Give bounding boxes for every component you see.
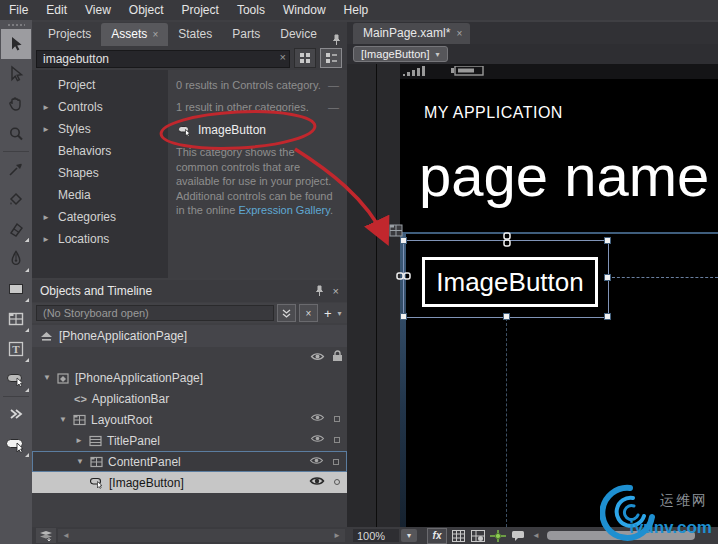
imagebutton-control[interactable]: ImageButton [422, 257, 598, 307]
design-surface[interactable]: MY APPLICATION page name ImageButton [347, 64, 718, 527]
pin-icon[interactable] [327, 34, 346, 46]
close-icon[interactable]: × [152, 29, 158, 40]
tree-row-layoutroot[interactable]: ▼ LayoutRoot [32, 409, 347, 430]
lock-toggle[interactable] [334, 479, 340, 485]
menu-object[interactable]: Object [120, 1, 173, 19]
breadcrumb-imagebutton[interactable]: [ImageButton] ▾ [353, 46, 448, 62]
expander-icon[interactable]: ► [74, 436, 84, 445]
grid-adorner-icon[interactable] [389, 224, 403, 237]
menu-file[interactable]: File [0, 1, 37, 19]
menu-help[interactable]: Help [335, 1, 378, 19]
new-storyboard-button[interactable]: + [321, 306, 335, 321]
lock-toggle[interactable] [333, 459, 339, 465]
scroll-left-arrow[interactable]: ◄ [62, 531, 70, 540]
menu-window[interactable]: Window [274, 1, 335, 19]
tab-assets[interactable]: Assets× [101, 23, 168, 46]
horizontal-scrollbar[interactable]: ◄ ► [58, 529, 345, 542]
storyboard-close-button[interactable]: × [299, 304, 318, 322]
resize-handle-bottomleft[interactable] [400, 313, 407, 320]
zoom-dropdown[interactable]: ▾ [401, 529, 417, 542]
resize-handle-bottomright[interactable] [604, 313, 611, 320]
app-title-text[interactable]: MY APPLICATION [424, 104, 563, 122]
search-input[interactable] [36, 50, 290, 68]
expander-icon[interactable]: ► [42, 125, 50, 134]
expander-icon[interactable]: ► [42, 235, 50, 244]
paint-bucket-tool[interactable] [1, 184, 31, 214]
scope-up-icon[interactable] [40, 331, 53, 342]
tree-row-contentpanel[interactable]: ▼ ContentPanel [32, 451, 347, 472]
category-controls[interactable]: ►Controls [32, 96, 168, 118]
asset-control-tool[interactable] [1, 364, 31, 394]
last-used-asset-tool[interactable] [1, 429, 31, 459]
visibility-eye-icon[interactable] [309, 455, 324, 466]
lock-column-icon[interactable] [332, 350, 343, 362]
grid-layout-tool[interactable] [1, 304, 31, 334]
toolstrip-grip[interactable] [7, 23, 25, 27]
effects-toggle[interactable]: fx [427, 528, 447, 544]
category-locations[interactable]: ►Locations [32, 228, 168, 250]
layer-order-button[interactable] [36, 528, 56, 543]
annotations-toggle[interactable] [509, 529, 527, 543]
category-styles[interactable]: ►Styles [32, 118, 168, 140]
pin-icon[interactable] [310, 285, 329, 297]
scroll-right-arrow[interactable]: ► [333, 531, 341, 540]
selection-tool[interactable] [1, 29, 31, 59]
category-shapes[interactable]: Shapes [32, 162, 168, 184]
menu-view[interactable]: View [76, 1, 120, 19]
resize-handle-right[interactable] [604, 274, 611, 281]
tree-row-applicationbar[interactable]: <> ApplicationBar [32, 388, 347, 409]
storyboard-options-dropdown[interactable]: ▾ [338, 309, 342, 318]
rectangle-tool[interactable] [1, 274, 31, 304]
close-panel-icon[interactable]: × [329, 285, 347, 297]
expander-icon[interactable]: ▼ [58, 415, 68, 424]
visibility-eye-icon[interactable] [310, 412, 325, 423]
storyboard-chevron-button[interactable] [277, 304, 296, 322]
eraser-tool[interactable] [1, 214, 31, 244]
category-media[interactable]: Media [32, 184, 168, 206]
snap-to-snaplines-toggle[interactable] [489, 529, 507, 543]
snap-to-gridlines-toggle[interactable] [469, 529, 487, 543]
zoom-level[interactable]: 100% [353, 529, 399, 542]
expander-icon[interactable]: ▼ [42, 373, 52, 382]
menu-tools[interactable]: Tools [228, 1, 274, 19]
visibility-eye-icon[interactable] [310, 433, 325, 444]
scroll-left-arrow[interactable]: ◄ [529, 531, 543, 540]
menu-edit[interactable]: Edit [37, 1, 76, 19]
asset-result-imagebutton[interactable]: ImageButton [178, 123, 339, 137]
list-view-button[interactable] [320, 48, 342, 68]
lock-toggle[interactable] [334, 437, 340, 443]
category-behaviors[interactable]: Behaviors [32, 140, 168, 162]
menu-project[interactable]: Project [173, 1, 228, 19]
margin-anchor-left-icon[interactable] [396, 270, 412, 282]
expander-icon[interactable]: ► [42, 103, 50, 112]
storyboard-selector[interactable]: (No Storyboard open) [36, 305, 274, 321]
visibility-column-icon[interactable] [310, 351, 325, 362]
direct-selection-tool[interactable] [1, 59, 31, 89]
text-tool[interactable]: T [1, 334, 31, 364]
resize-handle-topright[interactable] [604, 237, 611, 244]
tab-states[interactable]: States [168, 23, 222, 46]
pen-tool[interactable] [1, 244, 31, 274]
tab-parts[interactable]: Parts [222, 23, 270, 46]
tree-row-imagebutton[interactable]: [ImageButton] [32, 472, 347, 493]
resize-handle-topleft[interactable] [400, 237, 407, 244]
expander-icon[interactable]: ▼ [75, 457, 85, 466]
category-project[interactable]: Project [32, 74, 168, 96]
show-gridlines-toggle[interactable] [449, 529, 467, 543]
eyedropper-tool[interactable] [1, 154, 31, 184]
pan-tool[interactable] [1, 89, 31, 119]
tab-projects[interactable]: Projects [38, 23, 101, 46]
tree-row-titlepanel[interactable]: ► TitlePanel [32, 430, 347, 451]
expression-gallery-link[interactable]: Expression Gallery [238, 204, 330, 216]
assets-expand-tool[interactable] [1, 399, 31, 429]
close-icon[interactable]: × [456, 28, 462, 39]
tab-device[interactable]: Device [270, 23, 327, 46]
expander-icon[interactable]: ► [42, 213, 50, 222]
zoom-tool[interactable] [1, 119, 31, 149]
lock-toggle[interactable] [334, 416, 340, 422]
tab-mainpage-xaml[interactable]: MainPage.xaml* × [353, 23, 470, 44]
visibility-eye-icon[interactable] [309, 475, 325, 487]
resize-handle-bottom[interactable] [503, 313, 510, 320]
grid-view-button[interactable] [294, 48, 316, 68]
category-categories[interactable]: ►Categories [32, 206, 168, 228]
